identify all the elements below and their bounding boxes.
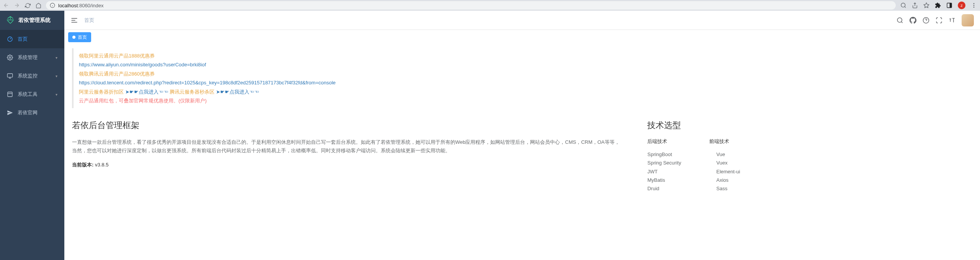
help-icon[interactable]: [923, 17, 929, 24]
intro-body: 一直想做一款后台管理系统，看了很多优秀的开源项目但是发现没有合适自己的。于是利用…: [72, 138, 624, 155]
list-item: Vue: [716, 150, 758, 159]
browser-chrome: localhost:8060/index z: [0, 0, 980, 11]
info-icon: [50, 3, 55, 8]
logo-icon: [6, 16, 15, 25]
info-row: 若依后台管理框架 一直想做一款后台管理系统，看了很多优秀的开源项目但是发现没有合…: [72, 120, 972, 193]
tab-label: 首页: [78, 34, 87, 41]
fullscreen-icon[interactable]: [936, 17, 942, 24]
logo[interactable]: 若依管理系统: [0, 11, 64, 30]
svg-point-12: [9, 57, 11, 58]
share-icon[interactable]: [912, 2, 918, 8]
svg-rect-16: [8, 92, 12, 97]
svg-line-4: [905, 7, 906, 8]
backend-list: SpringBoot Spring Security JWT MyBatis D…: [647, 150, 689, 193]
frontend-list: Vue Vuex Element-ui Axios Sass: [716, 150, 758, 193]
browser-profile-avatar[interactable]: z: [958, 2, 965, 9]
font-size-icon[interactable]: [949, 17, 955, 24]
svg-marker-5: [924, 3, 929, 8]
sidebar: 若依管理系统 首页 系统管理 ▾ 系统监控 ▾ 系统工具 ▾ 若依官网: [0, 11, 64, 260]
frontend-label: 前端技术: [709, 138, 729, 145]
list-item: Vuex: [716, 159, 758, 167]
tab-home[interactable]: 首页: [68, 32, 91, 42]
monitor-icon: [7, 73, 13, 79]
svg-point-8: [973, 3, 975, 4]
tabs-bar: 首页: [64, 30, 980, 44]
extensions-icon[interactable]: [935, 2, 941, 8]
svg-point-3: [901, 3, 905, 7]
browser-home-icon[interactable]: [35, 2, 41, 8]
chevron-down-icon: ▾: [56, 92, 57, 97]
zoom-icon[interactable]: [900, 2, 906, 8]
promo-text: 腾讯云服务器秒杀区: [170, 89, 216, 95]
gear-icon: [7, 54, 13, 61]
browser-reload-icon[interactable]: [25, 2, 31, 8]
chevron-down-icon: ▾: [56, 74, 57, 78]
promo-text: 云产品通用红包，可叠加官网常规优惠使用。(仅限新用户): [79, 98, 207, 104]
plane-icon: [7, 110, 13, 116]
tech-column: 技术选型 后端技术 前端技术 SpringBoot Spring Securit…: [647, 120, 972, 193]
browser-url-bar[interactable]: localhost:8060/index: [46, 1, 896, 10]
list-item: Spring Security: [647, 159, 689, 167]
bookmark-star-icon[interactable]: [923, 2, 929, 8]
promo-link[interactable]: https://cloud.tencent.com/redirect.php?r…: [79, 80, 335, 86]
promo-text: 领取阿里云通用云产品1888优惠券: [79, 53, 155, 59]
sidebar-item-label: 若依官网: [18, 109, 38, 116]
tool-icon: [7, 91, 13, 97]
promo-link[interactable]: ➤☛☛点我进入☜☜: [125, 89, 169, 95]
promo-link[interactable]: ➤☛☛点我进入☜☜: [216, 89, 259, 95]
logo-text: 若依管理系统: [18, 17, 51, 24]
svg-point-21: [897, 18, 902, 22]
github-icon[interactable]: [910, 17, 916, 24]
svg-rect-7: [950, 3, 952, 8]
sidepanel-icon[interactable]: [946, 2, 952, 8]
list-item: MyBatis: [647, 176, 689, 184]
topbar: 首页: [64, 11, 980, 30]
user-avatar[interactable]: [962, 14, 974, 26]
promo-block: 领取阿里云通用云产品1888优惠券 https://www.aliyun.com…: [72, 48, 972, 108]
backend-label: 后端技术: [647, 138, 667, 145]
browser-menu-icon[interactable]: [971, 2, 977, 8]
promo-text: 领取腾讯云通用云产品2860优惠券: [79, 71, 155, 77]
main-area: 首页 首页 领取阿里云通用云产品1888优惠券 https://www.aliy…: [64, 11, 980, 260]
svg-point-10: [973, 7, 975, 8]
list-item: SpringBoot: [647, 150, 689, 159]
sidebar-item-label: 首页: [18, 36, 28, 43]
sidebar-item-label: 系统监控: [18, 72, 38, 79]
content-area: 领取阿里云通用云产品1888优惠券 https://www.aliyun.com…: [64, 44, 980, 260]
tech-title: 技术选型: [647, 120, 972, 131]
breadcrumb: 首页: [84, 17, 94, 24]
svg-rect-13: [7, 74, 12, 77]
sidebar-item-system-tools[interactable]: 系统工具 ▾: [0, 85, 64, 104]
list-item: Element-ui: [716, 168, 758, 176]
sidebar-item-system-monitor[interactable]: 系统监控 ▾: [0, 67, 64, 85]
promo-text: 阿里云服务器折扣区: [79, 89, 125, 95]
sidebar-item-label: 系统管理: [18, 54, 38, 61]
search-icon[interactable]: [897, 17, 903, 24]
list-item: JWT: [647, 168, 689, 176]
browser-forward-icon[interactable]: [14, 2, 20, 8]
list-item: Druid: [647, 184, 689, 193]
tab-active-dot: [72, 36, 75, 39]
dashboard-icon: [7, 36, 13, 42]
sidebar-item-system-manage[interactable]: 系统管理 ▾: [0, 48, 64, 67]
hamburger-icon[interactable]: [70, 16, 78, 24]
svg-line-22: [901, 21, 902, 23]
app-container: 若依管理系统 首页 系统管理 ▾ 系统监控 ▾ 系统工具 ▾ 若依官网: [0, 11, 980, 260]
sidebar-item-label: 系统工具: [18, 91, 38, 98]
version-line: 当前版本: v3.8.5: [72, 161, 624, 168]
list-item: Sass: [716, 184, 758, 193]
chevron-down-icon: ▾: [56, 56, 57, 60]
sidebar-item-home[interactable]: 首页: [0, 30, 64, 48]
intro-column: 若依后台管理框架 一直想做一款后台管理系统，看了很多优秀的开源项目但是发现没有合…: [72, 120, 624, 193]
url-text: localhost:8060/index: [58, 3, 104, 8]
svg-point-9: [973, 5, 975, 6]
intro-title: 若依后台管理框架: [72, 120, 624, 131]
list-item: Axios: [716, 176, 758, 184]
promo-link[interactable]: https://www.aliyun.com/minisite/goods?us…: [79, 62, 206, 67]
browser-back-icon[interactable]: [3, 2, 9, 8]
sidebar-item-official-site[interactable]: 若依官网: [0, 104, 64, 122]
